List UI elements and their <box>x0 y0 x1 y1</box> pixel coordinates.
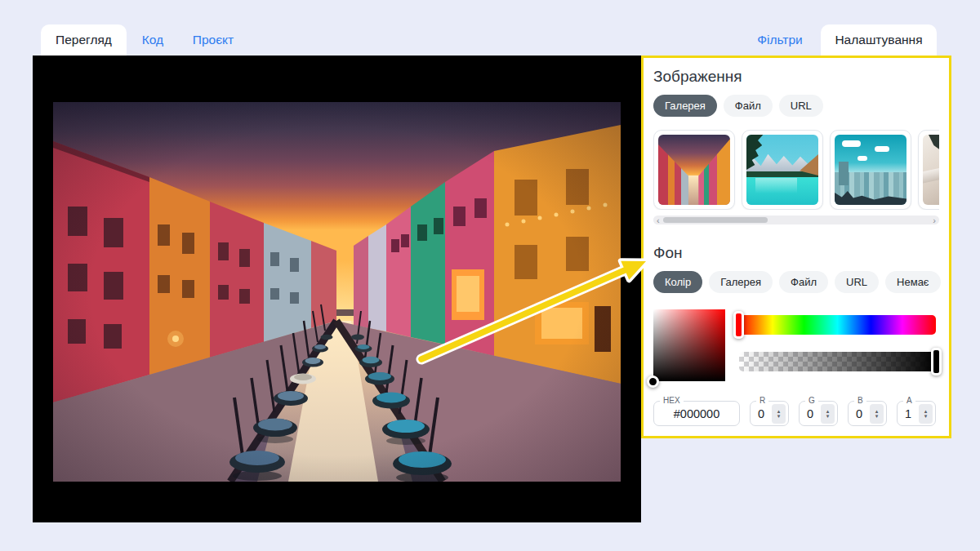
gallery-thumbnail-texture[interactable] <box>918 130 939 210</box>
stepper-down-icon[interactable]: ▾ <box>875 414 879 418</box>
hex-field: HEX <box>653 401 740 426</box>
tab-project[interactable]: Проєкт <box>185 24 242 56</box>
bg-source-tab-file[interactable]: Файл <box>779 271 828 293</box>
hex-field-label: HEX <box>660 396 684 405</box>
background-source-tabs: Колір Галерея Файл URL Немає <box>653 271 939 293</box>
image-section-title: Зображення <box>653 68 939 86</box>
stepper-down-icon[interactable]: ▾ <box>777 414 781 418</box>
bg-source-tab-none[interactable]: Немає <box>885 271 940 293</box>
stepper-down-icon[interactable]: ▾ <box>826 414 830 418</box>
red-stepper[interactable]: ▴ ▾ <box>772 404 786 424</box>
gallery-thumbnails <box>653 130 939 210</box>
blue-field-label: B <box>854 396 866 405</box>
burano-thumb-image <box>658 135 730 205</box>
green-field: G ▴ ▾ <box>799 401 838 426</box>
alpha-slider[interactable] <box>739 352 936 371</box>
lake-thumb-image <box>746 135 818 205</box>
gallery-thumbnail-city[interactable] <box>830 130 911 210</box>
image-source-tab-file[interactable]: Файл <box>724 95 773 117</box>
scroll-left-icon[interactable]: ‹ <box>657 216 660 224</box>
burano-scene <box>53 102 621 482</box>
tab-preview[interactable]: Перегляд <box>41 24 127 56</box>
hue-slider[interactable] <box>739 315 936 335</box>
bg-source-tab-color[interactable]: Колір <box>653 271 702 293</box>
alpha-field: A ▴ ▾ <box>897 401 936 426</box>
saturation-handle[interactable] <box>647 375 659 388</box>
red-field-label: R <box>756 396 768 405</box>
alpha-stepper[interactable]: ▴ ▾ <box>919 404 933 424</box>
settings-panel: Зображення Галерея Файл URL <box>641 56 951 438</box>
hex-input[interactable] <box>659 407 734 420</box>
blue-stepper[interactable]: ▴ ▾ <box>870 404 884 424</box>
blue-input[interactable] <box>850 407 868 420</box>
color-picker <box>653 309 939 381</box>
city-thumb-image <box>835 135 906 205</box>
red-field: R ▴ ▾ <box>750 401 789 426</box>
texture-thumb-image <box>923 135 939 205</box>
preview-image-burano <box>53 102 621 482</box>
gallery-scrollbar[interactable]: ‹ › <box>653 216 939 224</box>
bg-source-tab-gallery[interactable]: Галерея <box>709 271 773 293</box>
hue-slider-handle[interactable] <box>733 311 744 339</box>
image-source-tab-url[interactable]: URL <box>779 95 823 117</box>
stepper-down-icon[interactable]: ▾ <box>924 414 928 418</box>
alpha-slider-handle[interactable] <box>931 348 942 375</box>
tab-settings[interactable]: Налаштування <box>821 24 937 56</box>
gallery-scrollbar-thumb[interactable] <box>663 217 768 223</box>
blue-field: B ▴ ▾ <box>848 401 887 426</box>
red-input[interactable] <box>752 407 770 420</box>
green-input[interactable] <box>801 407 819 420</box>
color-value-fields: HEX R ▴ ▾ G ▴ ▾ B <box>653 401 939 426</box>
scroll-right-icon[interactable]: › <box>933 216 936 224</box>
tab-filters[interactable]: Фільтри <box>748 24 812 56</box>
editor-app: Перегляд Код Проєкт Фільтри Налаштування <box>0 0 980 551</box>
green-field-label: G <box>805 396 818 405</box>
green-stepper[interactable]: ▴ ▾ <box>821 404 835 424</box>
gallery-thumbnail-burano[interactable] <box>653 130 735 210</box>
alpha-field-label: A <box>903 396 915 405</box>
tab-code[interactable]: Код <box>133 24 172 56</box>
preview-canvas <box>33 56 641 522</box>
image-source-tab-gallery[interactable]: Галерея <box>653 95 717 117</box>
bg-source-tab-url[interactable]: URL <box>835 271 879 293</box>
alpha-input[interactable] <box>899 407 917 420</box>
image-source-tabs: Галерея Файл URL <box>653 95 939 117</box>
background-section-title: Фон <box>653 244 939 262</box>
gallery-thumbnail-lake[interactable] <box>742 130 823 210</box>
picker-sliders <box>739 309 936 381</box>
saturation-area[interactable] <box>653 309 725 381</box>
